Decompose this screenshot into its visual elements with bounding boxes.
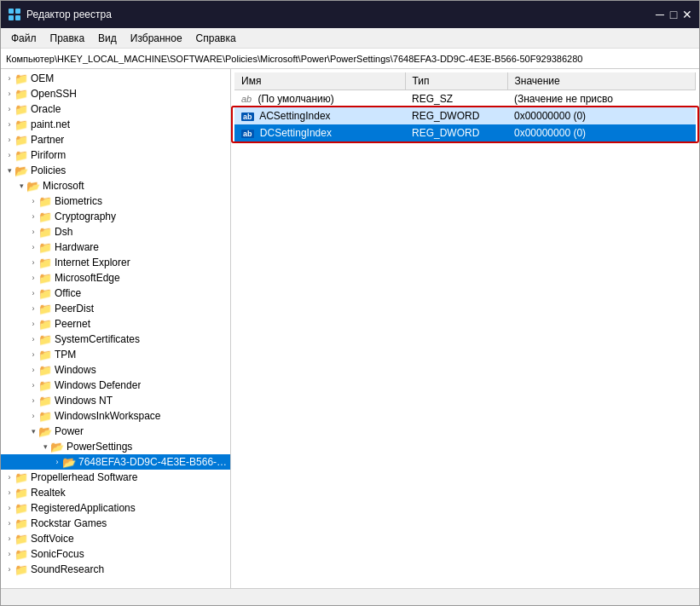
minimize-button[interactable]: ─: [655, 9, 665, 20]
tree-item[interactable]: › 📁 OEM: [1, 71, 230, 86]
maximize-button[interactable]: □: [668, 9, 679, 20]
tree-item[interactable]: ▾ 📂 Power: [1, 424, 230, 439]
tree-item[interactable]: › 📁 Windows Defender: [1, 378, 230, 393]
tree-item[interactable]: › 📁 TPM: [1, 347, 230, 362]
tree-expand-arrow: ▾: [16, 182, 26, 190]
tree-item[interactable]: › 📁 Cryptography: [1, 209, 230, 224]
folder-icon: 📁: [14, 133, 28, 147]
folder-icon: 📂: [38, 424, 52, 438]
tree-item-label: Peernet: [55, 318, 90, 330]
menu-view[interactable]: Вид: [91, 30, 124, 46]
folder-icon: 📁: [38, 271, 52, 285]
tree-item[interactable]: › 📁 SystemCertificates: [1, 332, 230, 347]
col-value: Значение: [507, 72, 696, 90]
tree-item[interactable]: ▾ 📂 Microsoft: [1, 178, 230, 193]
folder-icon: 📁: [38, 302, 52, 315]
tree-item[interactable]: › 📁 Propellerhead Software: [1, 470, 230, 485]
reg-name-cell[interactable]: ab (По умолчанию): [234, 90, 405, 107]
menu-help[interactable]: Справка: [189, 30, 243, 46]
tree-item[interactable]: › 📁 Peernet: [1, 316, 230, 332]
tree-item[interactable]: › 📁 Windows NT: [1, 393, 230, 408]
tree-expand-arrow: ›: [28, 212, 38, 221]
tree-expand-arrow: ›: [4, 89, 14, 98]
reg-row-icon: ab: [241, 110, 257, 122]
tree-item[interactable]: › 📁 Dsh: [1, 224, 230, 240]
tree-item[interactable]: › 📁 OpenSSH: [1, 86, 230, 101]
tree-expand-arrow: ›: [28, 396, 38, 405]
tree-item-label: SoundResearch: [31, 563, 104, 575]
tree-item-label: OEM: [31, 72, 54, 84]
table-row[interactable]: ab ACSettingIndex REG_DWORD 0x00000000 (…: [234, 107, 696, 124]
folder-icon: 📁: [38, 348, 52, 361]
table-row[interactable]: ab DCSettingIndex REG_DWORD 0x00000000 (…: [234, 124, 696, 141]
tree-expand-arrow: ›: [28, 366, 38, 374]
tree-expand-arrow: ›: [4, 519, 14, 528]
tree-item[interactable]: › 📁 MicrosoftEdge: [1, 270, 230, 286]
folder-icon: 📁: [38, 394, 52, 407]
app-icon: [8, 8, 21, 21]
tree-item[interactable]: › 📁 WindowsInkWorkspace: [1, 408, 230, 424]
folder-icon: 📁: [14, 563, 28, 576]
window-title: Редактор реестра: [26, 9, 112, 20]
tree-item-label: Dsh: [55, 226, 72, 238]
tree-item[interactable]: › 📁 Rockstar Games: [1, 516, 230, 531]
tree-expand-arrow: ›: [52, 458, 62, 466]
tree-expand-arrow: ›: [28, 350, 38, 359]
table-row[interactable]: ab (По умолчанию) REG_SZ (Значение не пр…: [234, 90, 696, 107]
tree-item[interactable]: › 📁 PeerDist: [1, 301, 230, 316]
folder-icon: 📁: [14, 148, 28, 162]
tree-item[interactable]: › 📁 paint.net: [1, 117, 230, 132]
tree-expand-arrow: ›: [4, 504, 14, 512]
tree-item-label: Partner: [31, 134, 64, 146]
tree-item[interactable]: › 📁 SonicFocus: [1, 546, 230, 562]
reg-value-cell: 0x00000000 (0): [507, 124, 696, 141]
menu-favorites[interactable]: Избранное: [124, 30, 189, 46]
tree-item[interactable]: ▾ 📂 PowerSettings: [1, 439, 230, 454]
tree-item-label: WindowsInkWorkspace: [55, 410, 161, 422]
folder-icon: 📁: [38, 378, 52, 392]
tree-item-label: Cryptography: [55, 211, 116, 222]
tree-item[interactable]: › 📁 SoftVoice: [1, 531, 230, 546]
tree-item[interactable]: › 📂 7648EFA3-DD9C-4E3E-B566-50F9: [1, 454, 230, 470]
reg-name-cell[interactable]: ab DCSettingIndex: [234, 124, 405, 141]
folder-icon: 📂: [50, 440, 64, 453]
tree-item-label: paint.net: [31, 118, 70, 130]
tree-item-label: Windows: [55, 364, 96, 376]
reg-name-cell[interactable]: ab ACSettingIndex: [234, 107, 405, 124]
menu-edit[interactable]: Правка: [43, 30, 92, 46]
tree-item[interactable]: › 📁 Oracle: [1, 101, 230, 117]
address-bar: Компьютер\HKEY_LOCAL_MACHINE\SOFTWARE\Po…: [1, 49, 699, 69]
tree-item[interactable]: › 📁 Piriform: [1, 147, 230, 163]
folder-icon: 📁: [14, 501, 28, 515]
tree-expand-arrow: ›: [4, 105, 14, 113]
reg-name: DCSettingIndex: [260, 127, 332, 139]
registry-editor-window: Редактор реестра ─ □ ✕ Файл Правка Вид И…: [0, 0, 700, 606]
tree-item[interactable]: › 📁 Internet Explorer: [1, 255, 230, 270]
folder-icon: 📁: [14, 102, 28, 116]
folder-icon: 📁: [38, 240, 52, 254]
reg-name: ACSettingIndex: [259, 110, 330, 122]
tree-expand-arrow: ›: [4, 74, 14, 83]
reg-name: (По умолчанию): [258, 93, 334, 105]
tree-item[interactable]: › 📁 Biometrics: [1, 193, 230, 209]
tree-item[interactable]: › 📁 Office: [1, 286, 230, 301]
tree-item-label: Power: [55, 425, 84, 437]
menu-file[interactable]: Файл: [4, 30, 43, 46]
tree-item[interactable]: › 📁 Hardware: [1, 240, 230, 255]
tree-item[interactable]: › 📁 RegisteredApplications: [1, 500, 230, 516]
tree-item-label: Realtek: [31, 487, 66, 499]
tree-expand-arrow: ›: [4, 151, 14, 159]
tree-item[interactable]: › 📁 Windows: [1, 362, 230, 378]
tree-panel[interactable]: › 📁 OEM › 📁 OpenSSH › 📁 Oracle › 📁 paint…: [1, 69, 231, 588]
tree-expand-arrow: ▾: [4, 166, 14, 175]
folder-icon: 📁: [38, 225, 52, 239]
tree-item[interactable]: › 📁 Partner: [1, 132, 230, 147]
close-button[interactable]: ✕: [682, 9, 692, 20]
default-value-icon: ab: [241, 94, 252, 104]
tree-item[interactable]: ▾ 📂 Policies: [1, 163, 230, 178]
tree-item-label: RegisteredApplications: [31, 502, 136, 514]
tree-item-label: OpenSSH: [31, 88, 77, 100]
tree-item[interactable]: › 📁 Realtek: [1, 485, 230, 500]
tree-item[interactable]: › 📁 SoundResearch: [1, 562, 230, 577]
right-panel[interactable]: Имя Тип Значение ab (По умолчанию) REG_S…: [231, 69, 699, 588]
